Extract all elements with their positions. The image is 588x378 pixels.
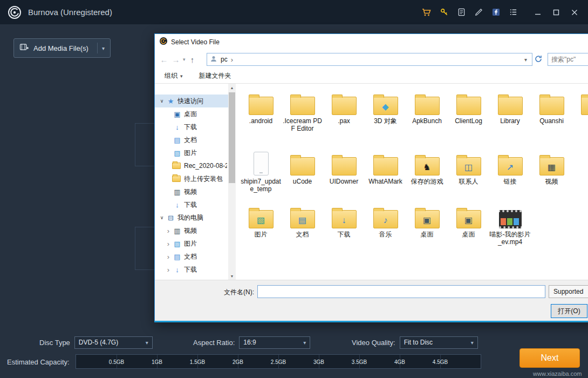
expander-right-icon[interactable]: › xyxy=(165,227,172,235)
file-item[interactable]: ↗链接 xyxy=(489,146,531,193)
open-button[interactable]: 打开(O) xyxy=(551,304,587,318)
video-quality-select[interactable]: Fit to Disc ▾ xyxy=(400,336,478,349)
folder-link-icon: ↗ xyxy=(489,150,531,176)
file-item[interactable]: ◫联系人 xyxy=(448,146,489,193)
file-item[interactable]: WhatAMark xyxy=(365,146,406,193)
next-label: Next xyxy=(541,353,559,363)
tree-item[interactable]: ▧图片 xyxy=(155,146,236,159)
forward-icon[interactable]: → xyxy=(170,55,182,64)
file-item[interactable]: .pax xyxy=(323,86,365,140)
dialog-logo-icon xyxy=(159,37,168,48)
file-item-label: 图片 xyxy=(240,231,282,238)
file-item[interactable]: ClientLog xyxy=(448,86,489,140)
dialog-titlebar[interactable]: Select Video File xyxy=(155,34,588,50)
expander-down-icon[interactable]: ∨ xyxy=(158,98,166,104)
file-item[interactable]: 喵影-我的影片_ev.mp4 xyxy=(489,199,531,246)
next-button[interactable]: Next xyxy=(519,348,580,368)
scrollbar-thumb[interactable] xyxy=(229,92,235,183)
tree-item[interactable]: ▤文档 xyxy=(155,133,236,146)
folder-icon: ◆ xyxy=(373,97,398,115)
tree-item[interactable]: ›▧图片 xyxy=(155,237,236,250)
new-folder-button[interactable]: 新建文件夹 xyxy=(199,71,231,80)
file-item[interactable]: Quanshi xyxy=(531,86,572,140)
scroll-up-icon[interactable]: ▲ xyxy=(228,84,236,91)
watermark-text: www.xiazaiba.com xyxy=(533,370,582,377)
device-icon xyxy=(254,152,269,176)
folder-icon xyxy=(539,97,564,115)
file-item-label: UIDowner xyxy=(323,178,365,185)
file-item[interactable]: ▤文档 xyxy=(282,199,323,246)
disc-type-label: Disc Type xyxy=(39,339,70,347)
scroll-down-icon[interactable]: ▼ xyxy=(228,272,236,280)
close-icon[interactable] xyxy=(566,5,583,19)
file-item[interactable]: ♪音乐 xyxy=(365,199,406,246)
minimize-icon[interactable] xyxy=(530,5,546,19)
file-item[interactable]: Re 08 43 xyxy=(572,86,588,140)
file-grid-row: .android.Icecream PDF Editor.pax◆3D 对象Ap… xyxy=(240,86,588,140)
key-icon[interactable] xyxy=(437,5,451,19)
file-item[interactable]: .android xyxy=(240,86,282,140)
expander-right-icon[interactable]: › xyxy=(165,240,172,248)
refresh-icon[interactable] xyxy=(535,55,542,65)
file-item[interactable]: ▣桌面 xyxy=(406,199,448,246)
tree-item[interactable]: ▣桌面 xyxy=(155,107,236,120)
folder-icon: ▣ xyxy=(415,210,440,228)
tree-item-label: 待上传安装包 xyxy=(184,174,223,184)
tree-item[interactable]: 待上传安装包 xyxy=(155,172,236,185)
dialog-commandbar: 组织 ▾ 新建文件夹 xyxy=(155,69,588,84)
download-icon: ↓ xyxy=(172,266,182,273)
dialog-footer: 文件名(N): Supported 打开(O) xyxy=(155,280,588,322)
history-dropdown-icon[interactable]: ▾ xyxy=(183,57,186,62)
news-icon[interactable] xyxy=(454,5,468,19)
back-icon[interactable]: ← xyxy=(158,55,170,64)
menu-icon[interactable] xyxy=(506,5,520,19)
filetype-select[interactable]: Supported xyxy=(549,285,588,298)
folder-tree: ∨★快速访问▣桌面↓下载▤文档▧图片Rec_2020-08-2待上传安装包▥视频… xyxy=(155,84,236,280)
tree-item[interactable]: ›▤文档 xyxy=(155,250,236,263)
tree-item[interactable]: Rec_2020-08-2 xyxy=(155,159,236,172)
tree-item[interactable]: ∨★快速访问 xyxy=(155,94,236,107)
cart-icon[interactable] xyxy=(420,5,434,19)
file-item[interactable]: ↓下载 xyxy=(323,199,365,246)
file-item[interactable]: shipin7_update_temp xyxy=(240,146,282,193)
expander-down-icon[interactable]: ∨ xyxy=(158,215,166,220)
file-item[interactable]: ▣桌面 xyxy=(448,199,489,246)
expander-right-icon[interactable]: › xyxy=(165,253,172,261)
tree-item[interactable]: ↓下载 xyxy=(155,120,236,133)
file-item-label: 下载 xyxy=(323,231,365,238)
tree-item[interactable]: ▥视频 xyxy=(155,185,236,198)
disc-type-select[interactable]: DVD-5 (4.7G) ▾ xyxy=(74,336,153,349)
add-media-button[interactable]: Add Media File(s) ▾ xyxy=(13,38,111,58)
up-icon[interactable]: ↑ xyxy=(187,55,199,64)
folder-doc-badge-icon: ▤ xyxy=(298,216,306,225)
organize-menu[interactable]: 组织 ▾ xyxy=(165,71,183,80)
file-item[interactable]: uCode xyxy=(282,146,323,193)
file-item[interactable]: ♞保存的游戏 xyxy=(406,146,448,193)
file-item[interactable]: .Icecream PDF Editor xyxy=(282,86,323,140)
feedback-icon[interactable] xyxy=(471,5,486,19)
tree-item[interactable]: ›▥视频 xyxy=(155,224,236,237)
breadcrumb-location[interactable]: pc xyxy=(221,56,228,63)
maximize-icon[interactable] xyxy=(548,5,564,19)
filename-input[interactable] xyxy=(257,285,545,298)
file-item[interactable]: ▦视频 xyxy=(531,146,572,193)
video-file-icon xyxy=(499,210,522,228)
facebook-icon[interactable] xyxy=(489,5,503,19)
breadcrumb-chevron-icon[interactable]: › xyxy=(231,56,233,64)
aspect-ratio-select[interactable]: 16:9 ▾ xyxy=(239,336,310,349)
file-item[interactable]: ApkBunch xyxy=(406,86,448,140)
search-input[interactable] xyxy=(548,53,588,66)
tree-item[interactable]: ↓下载 xyxy=(155,198,236,211)
tree-scrollbar[interactable]: ▲ ▼ xyxy=(228,84,236,280)
tree-item[interactable]: ∨⊟我的电脑 xyxy=(155,211,236,224)
file-item[interactable]: ▧图片 xyxy=(240,199,282,246)
file-item[interactable]: Library xyxy=(489,86,531,140)
file-item[interactable]: ◆3D 对象 xyxy=(365,86,406,140)
expander-right-icon[interactable]: › xyxy=(165,266,172,274)
file-item-label: 3D 对象 xyxy=(365,117,406,125)
tree-item[interactable]: ›↓下载 xyxy=(155,263,236,276)
address-dropdown-icon[interactable]: ▾ xyxy=(522,57,529,63)
organize-label: 组织 xyxy=(165,71,177,80)
address-bar[interactable]: pc › ▾ xyxy=(207,53,532,66)
file-item[interactable]: UIDowner xyxy=(323,146,365,193)
